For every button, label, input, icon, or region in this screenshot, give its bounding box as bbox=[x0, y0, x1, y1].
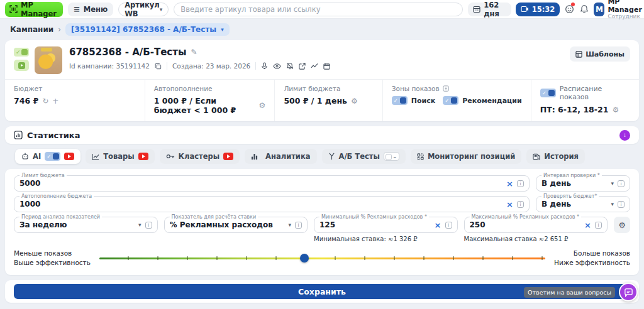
ab-tests-toggle[interactable]: – bbox=[384, 152, 399, 161]
breadcrumb: Кампании › [35191142] 67852368 - А/Б-Тес… bbox=[0, 19, 644, 40]
check-budget-select[interactable]: Проверять бюджет* В день ▾ i bbox=[536, 196, 630, 212]
gear-icon[interactable]: ⚙ bbox=[612, 106, 619, 114]
product-thumbnail[interactable] bbox=[35, 46, 62, 74]
youtube-icon[interactable] bbox=[223, 153, 233, 160]
external-link-icon[interactable] bbox=[299, 63, 306, 70]
info-icon[interactable]: i bbox=[595, 222, 602, 229]
clear-icon[interactable]: × bbox=[506, 180, 513, 188]
campaign-video-button[interactable] bbox=[14, 60, 29, 71]
campaign-active-toggle[interactable]: ✓ bbox=[14, 48, 29, 57]
calendar-icon[interactable] bbox=[323, 63, 330, 70]
info-icon[interactable]: i bbox=[618, 180, 625, 187]
info-icon[interactable]: i bbox=[618, 201, 625, 208]
subscription-days-button[interactable]: 162 дня bbox=[468, 3, 511, 16]
ai-toggle[interactable]: ✓ bbox=[45, 152, 60, 161]
app-logo-label: MP Manager bbox=[21, 1, 57, 18]
max-percent-field: Максимальный % Рекламных расходов * × i bbox=[464, 217, 608, 233]
app-logo[interactable]: MP Manager bbox=[5, 2, 63, 17]
schedule-toggle[interactable]: ✓ bbox=[540, 89, 556, 97]
eye-icon[interactable] bbox=[273, 63, 281, 70]
article-type-value: Артикул WB bbox=[125, 1, 160, 18]
templates-button[interactable]: Шаблоны bbox=[570, 46, 630, 62]
tab-position-monitoring[interactable]: Мониторинг позиций bbox=[411, 149, 521, 164]
hamburger-icon: ≡ bbox=[74, 5, 80, 13]
bid-metric-label: Показатель для расчёта ставки bbox=[170, 214, 258, 220]
slider-left-labels: Меньше показов Выше эффективность bbox=[14, 249, 91, 268]
gear-icon[interactable]: ⚙ bbox=[351, 97, 358, 106]
microphone-icon[interactable] bbox=[261, 62, 268, 70]
article-type-select[interactable]: Артикул WB ▾ bbox=[118, 3, 169, 16]
check-interval-select[interactable]: Интервал проверки * В день ▾ i bbox=[536, 175, 630, 192]
budget-limit-label: Лимит бюджета bbox=[284, 85, 373, 92]
zone-recommendations-toggle[interactable]: ✓ bbox=[443, 96, 458, 105]
refresh-icon[interactable]: ↻ bbox=[42, 97, 48, 106]
clear-icon[interactable]: × bbox=[506, 200, 513, 209]
tab-history[interactable]: История bbox=[526, 149, 585, 164]
bid-slider[interactable] bbox=[99, 253, 545, 263]
breadcrumb-current-campaign[interactable]: [35191142] 67852368 - А/Б-Тесты ▾ bbox=[65, 23, 230, 36]
campaign-title: 67852368 - А/Б-Тесты bbox=[69, 46, 186, 58]
gear-icon[interactable]: ⚙ bbox=[259, 101, 266, 110]
chat-button[interactable] bbox=[619, 283, 638, 301]
add-budget-icon[interactable]: + bbox=[52, 97, 58, 106]
barcode-scanner-icon bbox=[9, 5, 18, 13]
menu-button[interactable]: ≡ Меню bbox=[68, 3, 113, 16]
slider-right-top: Больше показов bbox=[554, 249, 630, 258]
budget-limit-value: 500 ₽ / 1 день bbox=[284, 96, 347, 106]
notifications-button[interactable] bbox=[579, 3, 590, 16]
slider-ticks bbox=[99, 256, 545, 260]
tab-analytics[interactable]: Аналитика bbox=[245, 149, 316, 164]
divider bbox=[167, 62, 167, 70]
tab-ai[interactable]: AI ✓ bbox=[15, 149, 80, 164]
max-percent-input[interactable] bbox=[470, 220, 581, 229]
bid-metric-select[interactable]: Показатель для расчёта ставки % Рекламны… bbox=[164, 217, 308, 233]
tab-products-label: Товары bbox=[103, 152, 134, 161]
info-icon[interactable]: i bbox=[295, 222, 302, 229]
clear-icon[interactable]: × bbox=[584, 221, 591, 229]
info-icon[interactable]: i bbox=[517, 180, 524, 187]
budget-value: 746 ₽ bbox=[14, 96, 38, 106]
info-icon[interactable]: i bbox=[445, 222, 452, 229]
budget-block: Бюджет 746 ₽ ↻ + bbox=[5, 80, 145, 121]
tab-clusters[interactable]: Кластеры bbox=[160, 149, 240, 164]
copy-icon[interactable] bbox=[155, 63, 162, 70]
user-menu[interactable]: M MP Manager Сотрудник ▾ bbox=[594, 0, 644, 20]
zone-search-toggle[interactable]: ✓ bbox=[392, 96, 408, 105]
menu-button-label: Меню bbox=[84, 5, 108, 14]
bid-slider-handle[interactable] bbox=[300, 254, 309, 263]
zones-info-icon[interactable] bbox=[443, 85, 449, 92]
trend-chart-icon[interactable] bbox=[311, 63, 318, 69]
campaign-card: ✓ 67852368 - А/Б-Тесты ✎ Id кампании: 35… bbox=[5, 40, 639, 121]
info-icon[interactable]: i bbox=[517, 201, 524, 208]
avatar: M bbox=[594, 3, 604, 16]
budget-limit-input[interactable] bbox=[19, 179, 502, 188]
play-icon bbox=[18, 62, 25, 69]
clear-icon[interactable]: × bbox=[435, 221, 441, 229]
edit-title-icon[interactable]: ✎ bbox=[191, 48, 197, 57]
search-input[interactable] bbox=[174, 3, 463, 16]
tab-ab-tests[interactable]: А/Б Тесты – bbox=[322, 149, 406, 164]
info-icon[interactable]: i bbox=[145, 222, 152, 229]
tab-products[interactable]: Товары bbox=[86, 149, 154, 164]
breadcrumb-campaigns[interactable]: Кампании bbox=[10, 25, 53, 34]
key-icon bbox=[166, 153, 175, 160]
analysis-period-select[interactable]: Период анализа показателей За неделю ▾ i bbox=[14, 217, 158, 233]
bar-chart-icon bbox=[14, 131, 23, 139]
autorefill-budget-label: Автопополнение бюджета bbox=[19, 193, 94, 199]
stats-expand-button[interactable]: ↓ bbox=[619, 130, 630, 141]
tab-history-label: История bbox=[544, 152, 579, 161]
time-button[interactable]: 15:32 bbox=[516, 3, 560, 16]
mood-button[interactable] bbox=[564, 3, 575, 16]
min-percent-input[interactable] bbox=[319, 220, 431, 229]
bell-icon bbox=[580, 4, 589, 14]
bid-slider-row: Меньше показов Выше эффективность Больше… bbox=[14, 249, 630, 268]
bell-off-icon[interactable] bbox=[286, 62, 294, 70]
youtube-icon[interactable] bbox=[138, 153, 148, 160]
topbar-right: 162 дня 15:32 M MP Manager Со bbox=[468, 0, 644, 20]
autorefill-budget-input[interactable] bbox=[19, 200, 502, 209]
schedule-value: ПТ: 6-12, 18-21 bbox=[540, 105, 609, 114]
advanced-settings-button[interactable]: ⚙ bbox=[614, 217, 630, 233]
chevron-down-icon: ▾ bbox=[611, 201, 614, 207]
max-percent-label: Максимальный % Рекламных расходов * bbox=[470, 214, 582, 220]
youtube-icon[interactable] bbox=[64, 153, 74, 160]
